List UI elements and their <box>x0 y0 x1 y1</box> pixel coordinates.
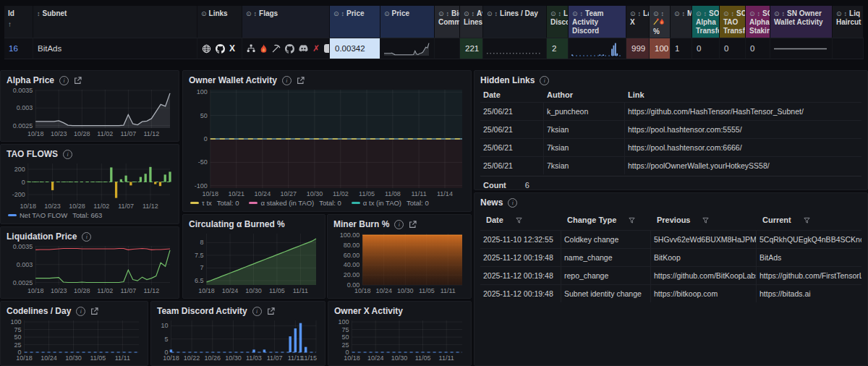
panel-title: Hidden Links <box>480 75 535 85</box>
circle-icon: ⊙ <box>774 10 780 17</box>
external-link-icon[interactable] <box>267 307 275 315</box>
svg-text:11/12: 11/12 <box>142 203 158 210</box>
x-letter-icon[interactable]: X <box>229 44 235 53</box>
cell-value-last_discord: 2 <box>552 44 556 53</box>
col-header-so_alpha_staking[interactable]: ⊙↕SO Alpha Staking <box>746 6 770 38</box>
github-icon[interactable] <box>216 44 225 54</box>
cell-flags[interactable]: ✗ <box>242 38 330 59</box>
panel-title: Team Discord Activity <box>157 306 247 316</box>
info-icon[interactable]: i <box>282 76 292 85</box>
col-header-team_activity[interactable]: ⊙↕Team Activity Discord <box>569 6 626 38</box>
svg-text:10/18: 10/18 <box>163 354 179 362</box>
col-header-pct[interactable]: ⊙↕% <box>650 6 671 38</box>
col-header-links[interactable]: ⊙Links <box>197 6 242 38</box>
owner-wallet-chart[interactable]: 100500-50-10010/1810/2110/2410/2710/3011… <box>189 88 465 197</box>
col-header-id[interactable]: Id↑ <box>4 6 33 38</box>
svg-text:75: 75 <box>14 326 22 333</box>
hl-date[interactable]: 25/06/21 <box>480 156 544 174</box>
hl-link[interactable]: https://pool.hashtensor.com:6666/ <box>625 138 861 156</box>
panel-title: Miner Burn % <box>333 219 389 229</box>
liquidation-price-chart[interactable]: 0.00350.0030.002510/1810/2310/2811/0211/… <box>7 244 173 294</box>
panel-hidden-links: Hidden Links i DateAuthorLink25/06/21k_p… <box>474 70 868 190</box>
external-link-icon[interactable] <box>74 77 82 85</box>
svg-text:10/30: 10/30 <box>397 287 414 294</box>
hl-date[interactable]: 25/06/21 <box>480 120 544 138</box>
col-header-sn_owner[interactable]: ⊙↕SN Owner Wallet Activity <box>770 6 833 38</box>
svg-text:11/05: 11/05 <box>90 354 106 362</box>
svg-text:11/03: 11/03 <box>246 354 262 362</box>
col-header-so_tao_transfers[interactable]: ⊙↕SO TAO Transfers <box>720 6 746 38</box>
hl-link[interactable]: https://pool.hashtensor.com:5555/ <box>625 120 861 138</box>
svg-text:10/27: 10/27 <box>280 190 297 197</box>
cell-id[interactable]: 16 <box>4 38 33 59</box>
svg-text:5: 5 <box>164 336 168 343</box>
legend-item[interactable]: τ txTotal: 0 <box>190 199 239 207</box>
col-header-price[interactable]: ⊙↕Price <box>330 6 380 38</box>
news-col-current[interactable]: Current <box>757 210 861 230</box>
hl-date[interactable]: 25/06/21 <box>480 138 544 156</box>
circulating-burned-chart[interactable]: 87.576.510/1810/2410/3011/0511/11 <box>189 231 319 294</box>
panel-owner-x-activity: Owner X Activity 100755025010/1810/2410/… <box>328 301 472 366</box>
hl-col-author[interactable]: Author <box>544 88 625 102</box>
col-header-avg_lines[interactable]: ⊙↕Avg Lines <box>460 6 483 38</box>
external-link-icon[interactable] <box>297 77 305 85</box>
col-header-price_spark[interactable]: ⊙Price <box>380 6 435 38</box>
info-icon[interactable]: i <box>252 307 262 316</box>
miner-burn-chart[interactable]: 100.0080.0060.0040.0020.000.0010/1810/24… <box>333 231 465 294</box>
sort-icon: ↕ <box>682 10 686 17</box>
funnel-icon[interactable] <box>626 214 642 226</box>
tao-flows-chart[interactable]: 2000-20010/1810/2310/2811/0211/0711/12 <box>7 161 173 210</box>
funnel-icon[interactable] <box>801 214 817 226</box>
owner-x-chart[interactable]: 100755025010/1810/2410/3011/0511/11 <box>334 318 465 362</box>
legend-item[interactable]: α staked (in TAO)Total: 0 <box>249 199 341 207</box>
funnel-icon[interactable] <box>699 214 715 226</box>
cell-value-avg_lines: 221 <box>465 44 479 53</box>
info-icon[interactable]: i <box>59 76 69 85</box>
col-header-last_discord[interactable]: ⊙↕Last Discord <box>547 6 569 38</box>
col-header-miners[interactable]: ⊙↕Miners <box>671 6 692 38</box>
svg-text:11/11: 11/11 <box>439 354 454 362</box>
col-header-lines_day[interactable]: ⊙↕Lines / Day <box>483 6 547 38</box>
cell-links[interactable]: X <box>197 38 242 59</box>
hl-col-date[interactable]: Date <box>480 88 544 102</box>
col-header-last_x[interactable]: ⊙↕Last X <box>626 6 650 38</box>
circle-icon: ⊙ <box>696 10 702 17</box>
info-icon[interactable]: i <box>508 198 517 208</box>
info-icon[interactable]: i <box>76 307 85 316</box>
svg-text:25: 25 <box>14 341 22 349</box>
info-icon[interactable]: i <box>63 150 72 159</box>
alpha-price-chart[interactable]: 0.00350.0030.002510/1810/2310/2811/0211/… <box>7 88 173 137</box>
panel-title: Codelines / Day <box>7 306 71 316</box>
globe-icon[interactable] <box>202 44 211 54</box>
svg-text:100.00: 100.00 <box>340 231 360 239</box>
table-row: 25/06/21k_puncheonhttps://github.com/Has… <box>480 102 861 120</box>
col-header-big_commit[interactable]: ⊙↕Big Commit <box>435 6 460 38</box>
external-link-icon[interactable] <box>409 221 417 229</box>
info-icon[interactable]: i <box>82 232 91 242</box>
col-header-so_alpha_transfers[interactable]: ⊙↕SO Alpha Transfers <box>692 6 720 38</box>
external-link-icon[interactable] <box>90 307 98 315</box>
info-icon[interactable]: i <box>540 76 549 85</box>
news-col-previous[interactable]: Previous <box>651 210 757 230</box>
sort-icon: ↕ <box>757 10 761 17</box>
hl-link[interactable]: https://github.com/HashTensor/HashTensor… <box>625 102 861 120</box>
panel-codelines-day: Codelines / Day i 100755025010/1810/2410… <box>0 301 148 366</box>
codelines-day-chart[interactable]: 100755025010/1810/2410/3011/0511/11 <box>7 318 142 362</box>
table-row: 25/06/217ksianhttps://pool.hashtensor.co… <box>480 120 861 138</box>
col-header-flags[interactable]: ⊙↕Flags <box>242 6 330 38</box>
square-icon <box>324 44 330 53</box>
sort-ascending-icon[interactable]: ↑ <box>8 20 30 29</box>
legend-item[interactable]: α tx (in TAO)Total: 0 <box>352 199 429 207</box>
legend-swatch <box>352 202 360 204</box>
team-discord-chart[interactable]: 105010/1810/2210/2610/3011/0311/0711/111… <box>157 318 319 362</box>
col-header-liq_haircut[interactable]: ⊙↕Liq Haircut <box>833 6 864 38</box>
funnel-icon[interactable] <box>513 214 529 226</box>
legend-item[interactable]: Net TAO FLOWTotal: 663 <box>8 211 102 219</box>
hl-col-link[interactable]: Link <box>625 88 861 102</box>
info-icon[interactable]: i <box>394 220 404 229</box>
news-col-change-type[interactable]: Change Type <box>561 210 651 230</box>
hl-link[interactable]: https://poolOwnerWallet.yourHotkeySS58/ <box>625 156 861 174</box>
col-header-subnet[interactable]: ↕Subnet <box>33 6 197 38</box>
hl-date[interactable]: 25/06/21 <box>480 102 544 120</box>
news-col-date[interactable]: Date <box>480 210 561 230</box>
